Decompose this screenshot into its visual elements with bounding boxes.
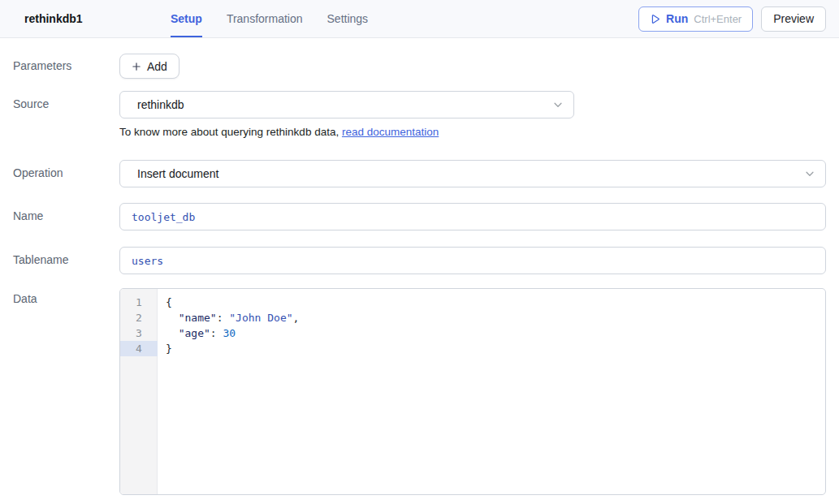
parameters-row: Parameters Add [13, 54, 826, 79]
line-number: 3 [120, 325, 158, 341]
code-line[interactable]: 4} [120, 341, 825, 356]
preview-button[interactable]: Preview [761, 6, 826, 32]
play-icon [650, 14, 660, 24]
code-line[interactable]: 2 "name": "John Doe", [120, 310, 825, 325]
tablename-input[interactable] [119, 247, 826, 274]
data-row: Data 1{2 "name": "John Doe",3 "age": 304… [13, 288, 826, 495]
query-title: rethinkdb1 [24, 12, 171, 25]
data-code-lines: 1{2 "name": "John Doe",3 "age": 304} [120, 289, 825, 356]
query-editor-header: rethinkdb1 Setup Transformation Settings… [0, 0, 839, 38]
tab-bar: Setup Transformation Settings [171, 0, 368, 37]
line-number: 1 [120, 295, 158, 310]
code-editor[interactable]: 1{2 "name": "John Doe",3 "age": 304} [119, 288, 826, 495]
run-label: Run [666, 12, 688, 25]
source-row: Source rethinkdb To know more about quer… [13, 91, 826, 140]
operation-row: Operation Insert document [13, 160, 826, 187]
run-button[interactable]: Run Ctrl+Enter [638, 6, 753, 32]
operation-select[interactable]: Insert document [119, 160, 826, 187]
source-help-prefix: To know more about querying rethinkdb da… [119, 126, 342, 138]
line-number: 4 [120, 341, 158, 356]
code-text: { [158, 295, 172, 310]
name-input[interactable] [119, 203, 826, 230]
chevron-down-icon [804, 168, 815, 179]
read-documentation-link[interactable]: read documentation [342, 126, 439, 138]
code-text: "name": "John Doe", [158, 310, 299, 325]
chevron-down-icon [552, 99, 564, 110]
name-label: Name [13, 203, 119, 222]
add-parameter-label: Add [147, 60, 167, 73]
query-setup-panel: Parameters Add Source rethinkdb To know … [0, 38, 839, 495]
add-parameter-button[interactable]: Add [119, 54, 179, 79]
run-shortcut: Ctrl+Enter [694, 13, 742, 25]
code-line[interactable]: 3 "age": 30 [120, 325, 825, 341]
data-label: Data [13, 288, 119, 305]
tab-setup[interactable]: Setup [171, 0, 202, 37]
code-text: } [158, 341, 172, 356]
source-select-value: rethinkdb [137, 98, 184, 111]
plus-icon [132, 62, 141, 71]
code-line[interactable]: 1{ [120, 295, 825, 310]
header-actions: Run Ctrl+Enter Preview [638, 0, 826, 37]
line-number: 2 [120, 310, 158, 325]
code-text: "age": 30 [158, 325, 236, 341]
tab-settings[interactable]: Settings [327, 0, 369, 37]
operation-label: Operation [13, 160, 119, 179]
name-row: Name [13, 203, 826, 230]
tablename-label: Tablename [13, 247, 119, 266]
source-help-text: To know more about querying rethinkdb da… [119, 125, 826, 140]
source-label: Source [13, 91, 119, 110]
tab-transformation[interactable]: Transformation [227, 0, 303, 37]
source-select[interactable]: rethinkdb [119, 91, 574, 118]
tablename-row: Tablename [13, 247, 826, 274]
parameters-label: Parameters [13, 54, 119, 72]
operation-select-value: Insert document [137, 167, 218, 180]
